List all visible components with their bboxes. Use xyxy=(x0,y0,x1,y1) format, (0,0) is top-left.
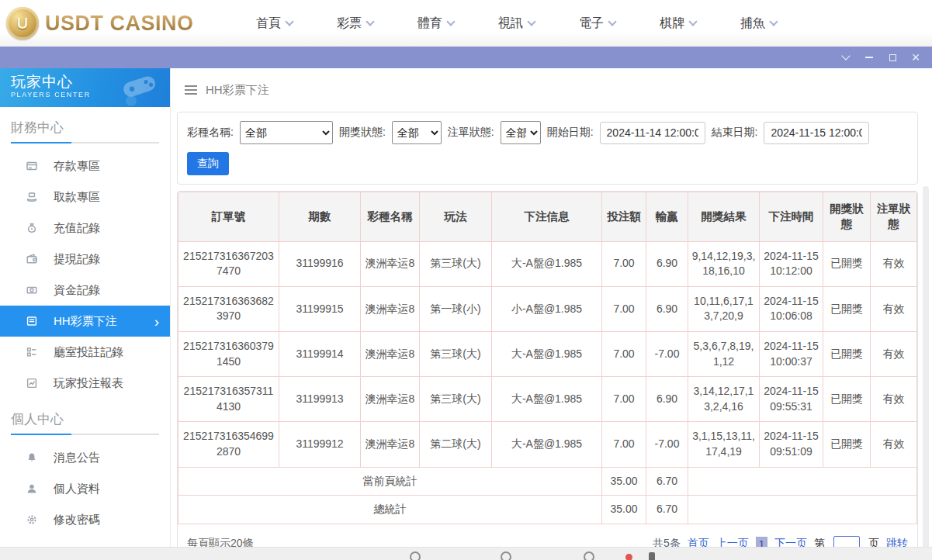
sidebar-item-player-bet-report[interactable]: 玩家投注報表 xyxy=(0,368,170,399)
nav-item-fishing[interactable]: 捕魚 xyxy=(719,16,799,32)
first-page-link[interactable]: 首页 xyxy=(688,537,709,547)
money-bag-icon xyxy=(26,222,40,234)
sidebar-item-withdrawal-records[interactable]: 提現記錄 xyxy=(0,244,170,275)
table-cell: 2152173163546992870 xyxy=(178,422,279,467)
draw-status-select[interactable]: 全部 xyxy=(392,121,442,144)
table-cell: 小-A盤@1.985 xyxy=(492,286,602,331)
section-underline xyxy=(11,142,159,143)
close-icon: × xyxy=(912,50,920,64)
partial-footer-icon xyxy=(584,551,594,560)
window-titlebar: × xyxy=(0,47,932,68)
table-cell: 7.00 xyxy=(602,241,646,286)
summary-cell: 6.70 xyxy=(646,467,688,496)
table-cell: 大-A盤@1.985 xyxy=(492,241,602,286)
sidebar-item-label: 存款專區 xyxy=(54,159,100,174)
start-date-input[interactable] xyxy=(600,122,705,144)
table-cell: 已開獎 xyxy=(823,241,871,286)
nav-item-label: 體育 xyxy=(417,16,442,32)
search-button[interactable]: 查詢 xyxy=(187,152,229,175)
sidebar-item-label: 資金記錄 xyxy=(54,283,100,298)
nav-item-label: 視訊 xyxy=(498,16,523,32)
window-maximize-button[interactable] xyxy=(881,47,904,68)
minimize-icon xyxy=(865,57,873,58)
table-cell: 7.00 xyxy=(602,286,646,331)
sidebar-item-recharge-records[interactable]: 充值記錄 xyxy=(0,213,170,244)
sidebar-item-label: 玩家投注報表 xyxy=(54,376,123,391)
table-cell: 已開獎 xyxy=(823,286,871,331)
chevron-down-icon xyxy=(366,17,374,26)
list-icon xyxy=(26,346,40,358)
nav-item-electronic[interactable]: 電子 xyxy=(557,16,638,32)
table-row: 215217316354699287031199912澳洲幸运8第二球(大)大-… xyxy=(178,422,917,467)
window-minimize-button[interactable] xyxy=(858,47,881,68)
sidebar-item-label: 充值記錄 xyxy=(54,221,100,236)
nav-item-video[interactable]: 視訊 xyxy=(476,16,557,32)
sidebar-item-withdraw-zone[interactable]: 取款專區 xyxy=(0,181,170,213)
sidebar-item-room-bet-records[interactable]: 廳室投註記錄 xyxy=(0,337,170,368)
table-cell: 6.90 xyxy=(646,241,688,286)
nav-item-sports[interactable]: 體育 xyxy=(396,16,476,32)
nav-item-home[interactable]: 首頁 xyxy=(234,16,315,32)
sidebar-item-funds-records[interactable]: 資金記錄 xyxy=(0,275,170,306)
table-cell: 澳洲幸运8 xyxy=(361,241,420,286)
window-dropdown-button[interactable] xyxy=(834,47,858,68)
summary-cell: 35.00 xyxy=(602,467,646,496)
table-cell: 9,14,12,19,3,18,16,10 xyxy=(688,241,760,286)
table-cell: 2152173163573114130 xyxy=(178,377,279,422)
table-cell: 澳洲幸运8 xyxy=(361,422,420,467)
table-cell: 澳洲幸运8 xyxy=(361,377,420,422)
logo-badge-icon: U xyxy=(6,7,39,40)
table-cell: 5,3,6,7,8,19,1,12 xyxy=(688,331,760,376)
table-header-row: 訂單號期數彩種名稱玩法下注信息投注額輸贏開獎結果下注時間開獎狀態注單狀態 xyxy=(178,192,917,242)
order-status-select[interactable]: 全部 xyxy=(501,121,541,144)
report-icon xyxy=(26,377,40,389)
lottery-name-select[interactable]: 全部 xyxy=(240,121,333,144)
sidebar-item-deposit-zone[interactable]: 存款專區 xyxy=(0,150,170,181)
scrollbar[interactable] xyxy=(923,186,929,547)
chevron-down-icon xyxy=(608,17,616,26)
sidebar-item-hh-lottery-bets[interactable]: HH彩票下注› xyxy=(0,306,170,337)
page-size-label: 每頁顯示20條 xyxy=(187,537,254,547)
nav-item-chess[interactable]: 棋牌 xyxy=(638,16,719,32)
sidebar-item-profile[interactable]: 個人資料 xyxy=(0,473,170,504)
nav-item-lottery[interactable]: 彩票 xyxy=(315,16,396,32)
summary-cell: 當前頁統計 xyxy=(178,467,602,496)
hamburger-icon[interactable] xyxy=(185,85,197,95)
prev-page-link[interactable]: 上一页 xyxy=(716,537,749,547)
sidebar-item-messages[interactable]: 消息公告 xyxy=(0,442,170,473)
page-jump-input[interactable] xyxy=(833,536,860,547)
next-page-link[interactable]: 下一页 xyxy=(774,537,807,547)
gear-icon xyxy=(26,513,40,526)
main-nav: 首頁彩票體育視訊電子棋牌捕魚 xyxy=(234,16,799,32)
bottom-strip xyxy=(0,547,932,560)
table-cell: 2152173163672037470 xyxy=(178,241,279,286)
page-title: HH彩票下注 xyxy=(206,83,269,98)
table-cell: 7.00 xyxy=(602,377,646,422)
section-title: 個人中心 xyxy=(0,399,170,432)
sidebar-menu: 財務中心存款專區取款專區充值記錄提現記錄資金記錄HH彩票下注›廳室投註記錄玩家投… xyxy=(0,107,170,560)
column-header: 彩種名稱 xyxy=(361,192,420,242)
section-underline xyxy=(11,434,159,435)
filter-panel: 彩種名稱: 全部 開獎狀態: 全部 注單狀態: 全部 開始日期: 結束日期: 查… xyxy=(177,112,918,185)
window-close-button[interactable]: × xyxy=(904,47,927,68)
doc-icon xyxy=(26,315,40,327)
gamepad-icon xyxy=(114,70,165,107)
table-cell: 2024-11-15 09:51:09 xyxy=(760,422,823,467)
table-cell: 31199912 xyxy=(279,422,361,467)
table-cell: 第三球(大) xyxy=(420,241,492,286)
jump-link[interactable]: 跳转 xyxy=(886,537,908,547)
table-cell: 有效 xyxy=(871,241,917,286)
table-body: 215217316367203747031199916澳洲幸运8第三球(大)大-… xyxy=(178,241,917,524)
end-date-input[interactable] xyxy=(764,122,869,144)
column-header: 注單狀態 xyxy=(871,192,917,242)
logo[interactable]: U USDT CASINO xyxy=(0,7,194,40)
table-cell: 有效 xyxy=(871,422,917,467)
chevron-down-icon xyxy=(841,51,850,60)
sidebar-item-label: 廳室投註記錄 xyxy=(54,345,123,360)
sidebar: 玩家中心 PLAYERS CENTER 財務中心存款專區取款專區充值記錄提現記錄… xyxy=(0,68,171,547)
sidebar-item-change-password[interactable]: 修改密碼 xyxy=(0,504,170,535)
summary-cell: 總統計 xyxy=(178,496,602,524)
column-header: 輸贏 xyxy=(646,192,688,242)
sidebar-item-label: 個人資料 xyxy=(54,482,100,496)
column-header: 開獎狀態 xyxy=(823,192,871,242)
